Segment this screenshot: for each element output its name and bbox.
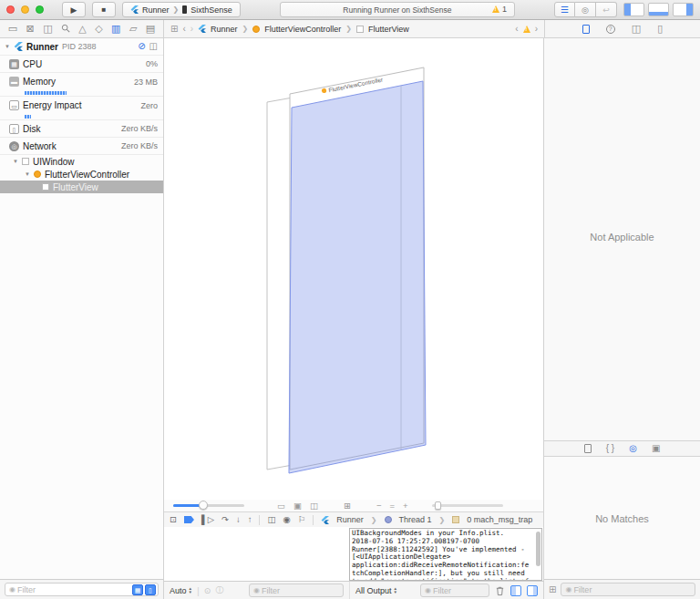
gauge-row-energy[interactable]: ▭ Energy Impact Zero (0, 97, 163, 114)
spacing-slider[interactable] (173, 504, 244, 507)
find-navigator-icon[interactable] (61, 24, 70, 35)
jumpbar-item-fluttervc[interactable]: FlutterViewController (264, 25, 341, 34)
tree-row-uiwindow[interactable]: ▼ UIWindow (0, 155, 163, 168)
stop-button[interactable]: ■ (92, 2, 116, 17)
debug-memory-graph-icon[interactable]: ◉ (283, 515, 290, 524)
breakpoint-navigator-icon[interactable]: ▱ (129, 24, 137, 34)
previous-issue-chevron-icon[interactable]: ‹ (515, 24, 518, 34)
toggle-navigator-panel-button[interactable] (623, 3, 644, 16)
next-issue-chevron-icon[interactable]: › (535, 24, 538, 34)
zoom-actual-icon[interactable]: = (389, 501, 395, 511)
back-chevron-icon[interactable]: ‹ (182, 24, 185, 34)
disclosure-triangle-icon[interactable]: ▼ (5, 44, 10, 49)
zoom-window-button[interactable] (36, 5, 44, 14)
show-gauges-button[interactable]: ▦ (132, 584, 143, 595)
debug-view-hierarchy-icon[interactable]: ◫ (267, 515, 275, 524)
process-row[interactable]: ▼ Runner PID 2388 ⊘ ◫ (0, 38, 163, 56)
run-button[interactable]: ▶ (62, 2, 86, 17)
console-filter-input[interactable] (433, 584, 489, 596)
issue-warning-icon[interactable] (523, 26, 530, 33)
view-process-by-queue-icon[interactable]: ⊘ (138, 42, 145, 51)
related-items-icon[interactable]: ⊞ (170, 24, 178, 34)
library-filter[interactable]: ◉ (561, 583, 695, 596)
show-stack-frames-button[interactable]: ▯ (145, 584, 156, 595)
show-constraints-icon[interactable]: ⊞ (344, 501, 351, 511)
test-navigator-icon[interactable]: ◇ (95, 24, 102, 34)
show-console-view-button[interactable] (527, 585, 538, 596)
version-editor-button[interactable]: ↩ (596, 2, 617, 17)
library-grid-view-icon[interactable]: ⊞ (549, 584, 556, 594)
issue-navigator-icon[interactable]: △ (78, 24, 86, 34)
close-window-button[interactable] (6, 5, 15, 14)
hide-debug-area-icon[interactable]: ⊡ (170, 515, 177, 524)
file-inspector-icon[interactable] (582, 25, 590, 34)
console-output[interactable]: UIBackgroundModes in your Info.plist. 20… (349, 528, 542, 581)
flutterview-plane-selected[interactable] (289, 81, 426, 473)
range-slider[interactable] (432, 504, 503, 507)
debug-navigator-icon[interactable]: ▥ (111, 24, 120, 34)
console-scope-popup[interactable]: All Output ▲▼ (355, 586, 397, 595)
view-debugger-canvas[interactable]: FlutterViewController (164, 38, 544, 500)
gauge-row-disk[interactable]: ▯ Disk Zero KB/s (0, 120, 163, 138)
zoom-in-icon[interactable]: + (403, 501, 408, 511)
console-filter[interactable]: ◉ (420, 584, 489, 597)
gauge-row-network[interactable]: ◎ Network Zero KB/s (0, 138, 163, 155)
debug-jumpbar-frame[interactable]: 0 mach_msg_trap (467, 515, 532, 524)
forward-chevron-icon[interactable]: › (190, 24, 193, 34)
gauge-row-memory[interactable]: ▬ Memory 23 MB (0, 73, 163, 90)
symbol-navigator-icon[interactable]: ◫ (43, 24, 52, 34)
code-snippet-library-icon[interactable]: { } (606, 444, 614, 453)
scheme-selector[interactable]: Runner ❯ SixthSense (122, 2, 241, 17)
file-template-library-icon[interactable] (584, 444, 592, 453)
spacing-slider-thumb[interactable] (199, 501, 208, 510)
variables-view[interactable] (164, 527, 349, 581)
step-over-icon[interactable]: ↷ (221, 515, 229, 524)
variables-filter-input[interactable] (262, 584, 343, 596)
view-mode-wireframe-icon[interactable]: ▣ (293, 501, 302, 511)
tree-row-fluttervc[interactable]: ▼ FlutterViewController (0, 168, 163, 181)
navigator-filter-input[interactable] (17, 584, 132, 595)
view-mode-both-icon[interactable]: ◫ (310, 501, 318, 511)
toggle-debug-area-button[interactable] (648, 3, 669, 16)
disclosure-triangle-icon[interactable]: ▼ (25, 171, 30, 177)
standard-editor-button[interactable]: ☰ (554, 2, 575, 17)
show-variables-view-button[interactable] (510, 585, 521, 596)
disclosure-triangle-icon[interactable]: ▼ (13, 159, 18, 164)
quick-help-inspector-icon[interactable]: ? (606, 25, 615, 34)
gauge-row-cpu[interactable]: ▦ CPU 0% (0, 56, 163, 73)
project-navigator-icon[interactable]: ▭ (8, 24, 17, 34)
view-process-by-ui-icon[interactable]: ◫ (149, 42, 158, 51)
simulate-location-icon[interactable]: ⚐ (298, 515, 306, 524)
report-navigator-icon[interactable]: ▤ (146, 24, 155, 34)
object-library-icon[interactable]: ◎ (629, 444, 637, 453)
step-out-icon[interactable]: ↑ (248, 515, 252, 524)
breakpoints-toggle-icon[interactable] (184, 516, 194, 523)
variables-filter[interactable]: ◉ (249, 584, 344, 597)
variables-scope-popup[interactable]: Auto ▲▼ (170, 586, 192, 595)
debug-jumpbar-process[interactable]: Runner (336, 515, 364, 524)
library-filter-input[interactable] (573, 584, 695, 595)
view-mode-contents-icon[interactable]: ▭ (277, 501, 285, 511)
size-inspector-icon[interactable]: ▯ (657, 24, 663, 34)
range-slider-thumb[interactable] (435, 501, 441, 510)
object-inspector-icon[interactable]: ◫ (632, 24, 641, 34)
step-into-icon[interactable]: ↓ (236, 515, 241, 524)
zoom-out-icon[interactable]: − (376, 501, 382, 511)
source-control-navigator-icon[interactable]: ⊠ (26, 24, 35, 34)
info-icon[interactable]: ⓘ (215, 584, 223, 596)
jumpbar-item-flutterview[interactable]: FlutterView (368, 25, 409, 34)
assistant-editor-button[interactable]: ◎ (575, 2, 596, 17)
trash-icon[interactable] (495, 585, 505, 596)
variables-scope-value: Auto (170, 586, 187, 595)
debug-jumpbar-thread[interactable]: Thread 1 (399, 515, 432, 524)
toggle-inspector-panel-button[interactable] (673, 3, 694, 16)
minimize-window-button[interactable] (21, 5, 29, 14)
jumpbar-item-runner[interactable]: Runner (211, 25, 238, 34)
continue-execution-icon[interactable]: ▌▷ (201, 515, 214, 524)
quicklook-eye-icon[interactable]: ⊙ (204, 586, 211, 595)
tree-row-flutterview-selected[interactable]: FlutterView (0, 181, 163, 193)
media-library-icon[interactable]: ▣ (652, 444, 660, 453)
console-scrollbar[interactable] (536, 532, 540, 566)
navigator-filter[interactable]: ◉ ▦ ▯ (5, 583, 159, 596)
warning-count-badge[interactable]: 1 (492, 5, 507, 14)
